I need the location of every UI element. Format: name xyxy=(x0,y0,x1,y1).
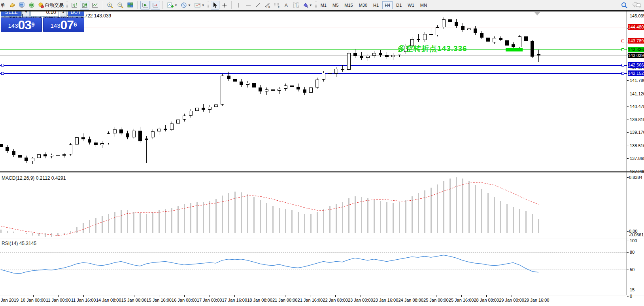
sell-price-button[interactable]: 143039 xyxy=(1,17,42,32)
time-label: 22 Jan 08:00 xyxy=(323,298,348,302)
pane-separator[interactable] xyxy=(0,171,644,172)
time-label: 21 Jan 00:00 xyxy=(272,298,298,302)
rsi-tick-label: 100 xyxy=(630,238,637,243)
bar-chart-button[interactable] xyxy=(70,1,79,10)
timeframe-h1[interactable]: H1 xyxy=(371,1,381,9)
auto-trading-button[interactable]: 自动交易 xyxy=(37,1,65,10)
horizontal-line-button[interactable] xyxy=(244,1,253,10)
axis-tick xyxy=(627,120,629,120)
zoom-out-button[interactable] xyxy=(115,1,125,10)
search-icon xyxy=(621,2,628,9)
macd-pane: MACD(12,26,9) 0.2112 0.4291 xyxy=(0,173,627,237)
tile-windows-button[interactable] xyxy=(126,1,135,10)
book-icon xyxy=(9,2,15,8)
annotation-text-object[interactable]: 多空转折点143.336 xyxy=(398,44,467,54)
highlight-rectangle-object[interactable] xyxy=(506,48,523,51)
channel-button[interactable]: E xyxy=(263,1,272,10)
timeframe-m5[interactable]: M5 xyxy=(330,1,341,9)
new-order-button[interactable]: 单 xyxy=(0,1,7,10)
text-tool-button[interactable]: A xyxy=(282,1,291,10)
candlestick-chart-button[interactable] xyxy=(80,1,89,10)
candle xyxy=(81,137,85,139)
crosshair-button[interactable] xyxy=(220,1,229,10)
price-tick-label: 139.170 xyxy=(630,130,644,135)
auto-scroll-button[interactable] xyxy=(140,1,150,10)
candle xyxy=(164,129,167,130)
bar-chart-icon xyxy=(71,2,78,8)
periods-button[interactable]: ▼ xyxy=(179,1,192,10)
pane-separator[interactable] xyxy=(0,237,644,237)
fibonacci-icon: F xyxy=(274,2,280,8)
candle xyxy=(284,86,287,89)
chart-shift-button[interactable] xyxy=(151,1,160,10)
timeframe-group: M1M5M15M30H1H4D1W1MN xyxy=(318,1,429,9)
pane-separator[interactable] xyxy=(0,238,644,238)
time-tick xyxy=(159,295,159,297)
time-label: 15 Jan 00:00 xyxy=(121,298,147,302)
candle xyxy=(43,154,47,156)
timeframe-d1[interactable]: D1 xyxy=(394,1,404,9)
pane-separator[interactable] xyxy=(0,173,644,173)
shapes-button[interactable]: ▼ xyxy=(302,1,314,10)
market-watch-button[interactable] xyxy=(17,1,26,10)
sell-price-prefix: 143 xyxy=(8,21,18,31)
rsi-tick-label: 0 xyxy=(630,294,632,298)
buy-price-button[interactable]: 143076 xyxy=(43,17,84,32)
svg-text:F: F xyxy=(278,6,280,8)
horizontal-line-142.566[interactable] xyxy=(0,65,627,66)
candle xyxy=(151,131,155,137)
horizontal-line-144.480[interactable] xyxy=(0,27,627,27)
toolbar-separator xyxy=(137,1,138,9)
line-handle[interactable] xyxy=(621,72,624,75)
chat-icon xyxy=(633,2,641,9)
line-handle[interactable] xyxy=(1,64,4,67)
vertical-line-button[interactable] xyxy=(234,1,243,10)
timeframe-w1[interactable]: W1 xyxy=(405,1,417,9)
price-badge-143.789: 143.789 xyxy=(628,38,644,44)
chat-button[interactable] xyxy=(631,1,642,10)
line-handle[interactable] xyxy=(621,64,624,67)
line-handle[interactable] xyxy=(1,72,4,75)
search-button[interactable] xyxy=(619,1,629,10)
zoom-in-icon xyxy=(106,2,113,9)
line-handle[interactable] xyxy=(621,48,624,51)
candle-wick xyxy=(342,65,343,72)
chart-shift-marker[interactable] xyxy=(534,12,540,15)
time-label: 14 Jan 08:00 xyxy=(96,298,121,302)
candle xyxy=(366,56,370,58)
timeframe-m15[interactable]: M15 xyxy=(342,1,355,9)
axis-tick xyxy=(627,270,629,270)
candle-wick xyxy=(431,28,431,37)
price-axis[interactable]: 145.035144.390143.730143.085142.425141.7… xyxy=(627,11,644,295)
time-label: 25 Jan 16:00 xyxy=(449,298,474,302)
horizontal-line-142.152[interactable] xyxy=(0,73,627,74)
templates-button[interactable]: ▼ xyxy=(193,1,206,10)
zoom-in-button[interactable] xyxy=(105,1,115,10)
dropdown-arrow-icon: ▼ xyxy=(202,4,205,7)
buy-price-prefix: 143 xyxy=(51,21,60,31)
history-center-button[interactable] xyxy=(8,1,17,10)
line-handle[interactable] xyxy=(621,40,624,42)
timeframe-m1[interactable]: M1 xyxy=(318,1,329,9)
timeframe-h4[interactable]: H4 xyxy=(382,1,393,9)
timeframe-m30[interactable]: M30 xyxy=(357,1,370,9)
mt4-window: 单 自动交易 xyxy=(0,0,644,306)
dropdown-arrow-icon: ▼ xyxy=(174,4,178,7)
auto-scroll-icon xyxy=(142,2,149,8)
price-tick-label: 137.865 xyxy=(630,156,644,161)
time-axis[interactable]: 9 Jan 201910 Jan 08:0011 Jan 00:0011 Jan… xyxy=(0,295,627,306)
fibonacci-button[interactable]: F xyxy=(272,1,281,10)
timeframe-mn[interactable]: MN xyxy=(418,1,429,9)
candle xyxy=(493,38,496,42)
line-chart-button[interactable] xyxy=(90,1,100,10)
sell-price-sup: 9 xyxy=(31,18,34,31)
indicators-button[interactable]: ▼ xyxy=(166,1,179,10)
trendline-button[interactable] xyxy=(253,1,262,10)
svg-text:T: T xyxy=(295,3,297,8)
candle xyxy=(417,39,420,40)
candle xyxy=(176,120,180,124)
label-tool-button[interactable]: T xyxy=(291,1,301,10)
time-tick xyxy=(461,295,462,297)
signals-button[interactable] xyxy=(27,1,36,10)
cursor-button[interactable] xyxy=(211,1,219,10)
